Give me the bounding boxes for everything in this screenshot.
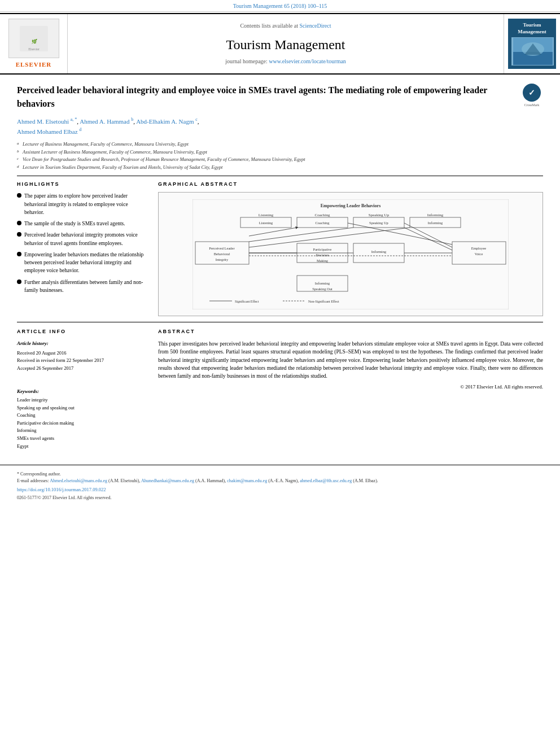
- graphical-abstract-heading: GRAPHICAL ABSTRACT: [158, 181, 543, 188]
- keyword-5: Informing: [17, 427, 147, 435]
- highlights-heading: HIGHLIGHTS: [17, 181, 147, 188]
- doi-link[interactable]: https://doi.org/10.1016/j.tourman.2017.0…: [17, 487, 106, 492]
- highlights-col: HIGHLIGHTS The paper aims to explore how…: [17, 181, 147, 317]
- highlights-graphical-section: HIGHLIGHTS The paper aims to explore how…: [17, 181, 543, 317]
- author-4[interactable]: Ahmed Mohamed Elbaz d: [17, 128, 81, 135]
- graphical-abstract-diagram: Empowering Leader Behaviors Listening Li…: [193, 199, 509, 309]
- keyword-3: Coaching: [17, 412, 147, 420]
- highlight-item-5: Further analysis differentiates between …: [17, 278, 147, 295]
- svg-text:Making: Making: [317, 259, 329, 263]
- affiliations: a Lecturer of Business Management, Facul…: [17, 141, 543, 171]
- main-divider: [17, 176, 543, 176]
- svg-text:Decision: Decision: [316, 253, 329, 257]
- elsevier-logo-image: 🌿 Elsevier: [8, 19, 59, 58]
- svg-text:Informing: Informing: [427, 213, 444, 217]
- article-info-heading: ARTICLE INFO: [17, 328, 147, 335]
- svg-text:Behavioral: Behavioral: [214, 252, 230, 256]
- tm-logo-box: Tourism Management: [508, 19, 556, 69]
- bullet-icon-1: [17, 193, 21, 198]
- email-1[interactable]: Ahmed.elsetouhi@mans.edu.eg: [50, 478, 107, 483]
- tm-logo-title: Tourism Management: [511, 22, 553, 35]
- crossmark-label: CrossMark: [524, 103, 540, 107]
- homepage-label: journal homepage:: [225, 58, 269, 64]
- email-addresses: E-mail addresses: Ahmed.elsetouhi@mans.e…: [17, 478, 543, 484]
- article-main: Perceived leader behavioral integrity an…: [0, 75, 560, 459]
- svg-text:Participative: Participative: [313, 247, 332, 251]
- journal-info-center: Contents lists available at ScienceDirec…: [68, 14, 504, 73]
- svg-text:Listening: Listening: [259, 221, 273, 225]
- received-date: Received 20 August 2016: [17, 350, 147, 357]
- svg-text:Empowering Leader Behaviors: Empowering Leader Behaviors: [321, 203, 381, 208]
- bullet-icon-4: [17, 252, 21, 256]
- svg-rect-7: [193, 199, 509, 309]
- email-3[interactable]: chakim@mans.edu.eg: [227, 478, 267, 483]
- svg-text:Significant Effect: Significant Effect: [235, 300, 259, 303]
- author-3[interactable]: Abd-Elhakim A. Nagm c: [136, 118, 198, 125]
- svg-text:Speaking Out: Speaking Out: [312, 287, 333, 291]
- keyword-6: SMEs travel agents: [17, 435, 147, 443]
- citation-bar: Tourism Management 65 (2018) 100–115: [0, 0, 560, 12]
- keywords-list: Leader integrity Speaking up and speakin…: [17, 396, 147, 450]
- graphical-abstract-col: GRAPHICAL ABSTRACT Empowering Leader Beh…: [158, 181, 543, 317]
- keyword-4: Participative decision making: [17, 420, 147, 427]
- abstract-heading: ABSTRACT: [158, 328, 543, 335]
- keyword-1: Leader integrity: [17, 396, 147, 404]
- svg-text:Perceived Leader: Perceived Leader: [209, 246, 235, 250]
- author-1[interactable]: Ahmed M. Elsetouhi a, *: [17, 118, 77, 125]
- corresponding-label: * Corresponding author.: [17, 471, 543, 478]
- email-4[interactable]: ahmed.elbaz@fth.usc.edu.eg: [300, 478, 352, 483]
- article-history-label: Article history:: [17, 340, 147, 347]
- svg-text:Informing: Informing: [315, 281, 330, 285]
- svg-text:Integrity: Integrity: [216, 257, 229, 261]
- affil-3: c Vice Dean for Postgraduate Studies and…: [17, 156, 543, 163]
- article-history-dates: Received 20 August 2016 Received in revi…: [17, 350, 147, 373]
- journal-title: Tourism Management: [226, 36, 345, 55]
- accepted-date: Accepted 26 September 2017: [17, 365, 147, 373]
- affil-4: d Lecturer in Tourism Studies Department…: [17, 164, 543, 171]
- article-title: Perceived leader behavioral integrity an…: [17, 84, 515, 111]
- affil-2: b Assistant Lecturer of Business Managem…: [17, 148, 543, 156]
- journal-header: 🌿 Elsevier ELSEVIER Contents lists avail…: [0, 13, 560, 75]
- svg-text:Elsevier: Elsevier: [28, 47, 40, 51]
- article-info-col: ARTICLE INFO Article history: Received 2…: [17, 328, 147, 450]
- highlight-item-2: The sample of the study is SMEs travel a…: [17, 220, 147, 228]
- svg-text:Coaching: Coaching: [316, 221, 330, 225]
- highlight-item-1: The paper aims to explore how perceived …: [17, 192, 147, 216]
- svg-text:Listening: Listening: [259, 213, 274, 217]
- sciencedirect-link[interactable]: ScienceDirect: [299, 23, 331, 29]
- article-info-abstract-section: ARTICLE INFO Article history: Received 2…: [17, 328, 543, 450]
- contents-line: Contents lists available at ScienceDirec…: [240, 22, 331, 30]
- bullet-icon-5: [17, 279, 21, 284]
- tm-logo-area: Tourism Management: [504, 14, 560, 73]
- journal-homepage: journal homepage: www.elsevier.com/locat…: [225, 58, 346, 65]
- elsevier-wordmark: ELSEVIER: [16, 60, 52, 69]
- svg-text:Speaking Up: Speaking Up: [369, 221, 388, 225]
- footer-area: * Corresponding author. E-mail addresses…: [0, 465, 560, 506]
- svg-text:Non-Significant Effect: Non-Significant Effect: [308, 300, 339, 303]
- crossmark-badge: ✓ CrossMark: [520, 84, 543, 107]
- abstract-text: This paper investigates how perceived le…: [158, 340, 543, 380]
- affil-1: a Lecturer of Business Management, Facul…: [17, 141, 543, 148]
- keyword-7: Egypt: [17, 443, 147, 451]
- email-2[interactable]: Ahunedhankai@mans.edu.eg: [141, 478, 194, 483]
- article-info-divider: [17, 322, 543, 322]
- graphical-abstract-box: Empowering Leader Behaviors Listening Li…: [158, 192, 543, 316]
- crossmark-icon: ✓: [523, 84, 541, 102]
- bullet-icon-2: [17, 221, 21, 225]
- svg-text:Informing: Informing: [371, 250, 387, 254]
- highlights-list: The paper aims to explore how perceived …: [17, 192, 147, 294]
- article-title-row: Perceived leader behavioral integrity an…: [17, 84, 543, 111]
- abstract-col: ABSTRACT This paper investigates how per…: [158, 328, 543, 450]
- keyword-2: Speaking up and speaking out: [17, 404, 147, 412]
- keywords-label: Keywords:: [17, 388, 147, 395]
- svg-text:Informing: Informing: [428, 221, 443, 225]
- author-2[interactable]: Ahmed A. Hammad b: [80, 118, 133, 125]
- highlight-item-3: Perceived leader behavioral integrity pr…: [17, 231, 147, 247]
- svg-text:Employee: Employee: [471, 246, 486, 250]
- revised-date: Received in revised form 22 September 20…: [17, 357, 147, 365]
- svg-text:Voice: Voice: [475, 252, 483, 256]
- elsevier-logo-area: 🌿 Elsevier ELSEVIER: [0, 14, 68, 73]
- contents-label: Contents lists available at: [240, 23, 299, 29]
- doi-line[interactable]: https://doi.org/10.1016/j.tourman.2017.0…: [17, 487, 543, 493]
- homepage-url[interactable]: www.elsevier.com/locate/tourman: [269, 58, 346, 64]
